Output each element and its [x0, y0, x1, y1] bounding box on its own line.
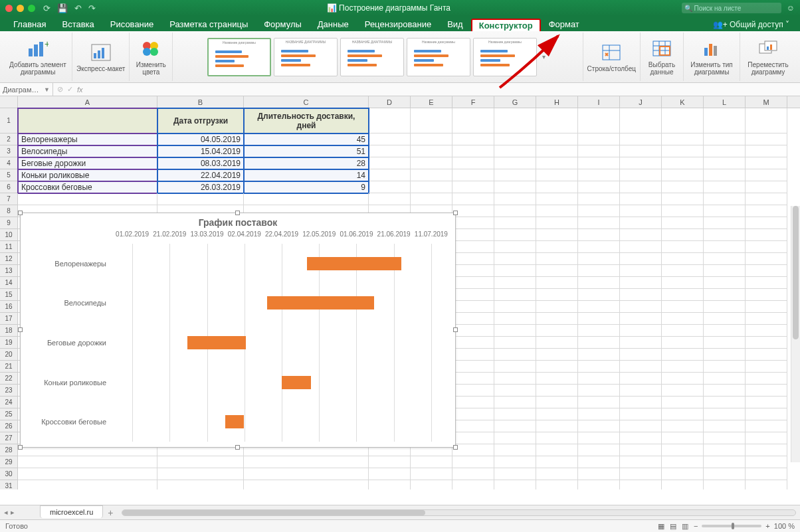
- cell[interactable]: [704, 229, 746, 241]
- cell[interactable]: [746, 337, 787, 349]
- cell[interactable]: [620, 349, 662, 361]
- cell[interactable]: [620, 229, 662, 241]
- cell[interactable]: [704, 373, 746, 385]
- cell[interactable]: [452, 217, 494, 229]
- column-header[interactable]: B: [157, 96, 244, 108]
- cell[interactable]: [536, 385, 578, 397]
- cell[interactable]: [662, 397, 704, 408]
- cell[interactable]: [746, 456, 787, 468]
- cell[interactable]: [578, 480, 620, 489]
- cell[interactable]: [620, 145, 662, 157]
- cell[interactable]: [746, 373, 787, 385]
- cell[interactable]: [494, 133, 536, 145]
- move-chart-button[interactable]: Переместить диаграмму: [740, 33, 796, 81]
- cell[interactable]: [536, 217, 578, 229]
- cell[interactable]: [494, 289, 536, 301]
- cell[interactable]: [411, 133, 452, 145]
- cell[interactable]: [746, 169, 787, 181]
- cell[interactable]: [746, 229, 787, 241]
- cell[interactable]: [704, 253, 746, 265]
- cell[interactable]: [494, 193, 536, 205]
- cell[interactable]: [704, 217, 746, 229]
- cell[interactable]: [244, 468, 369, 480]
- cell[interactable]: [578, 253, 620, 265]
- cell[interactable]: [536, 277, 578, 289]
- cell[interactable]: [536, 157, 578, 169]
- cell[interactable]: [369, 480, 411, 489]
- cell[interactable]: [452, 361, 494, 373]
- cell[interactable]: 51: [244, 145, 369, 157]
- cell[interactable]: [536, 444, 578, 456]
- chart-style-3[interactable]: НАЗВАНИЕ ДИАГРАММЫ: [340, 38, 404, 76]
- cell[interactable]: [536, 193, 578, 205]
- column-header[interactable]: E: [411, 96, 452, 108]
- column-header[interactable]: G: [494, 96, 536, 108]
- cell[interactable]: [452, 373, 494, 385]
- cell[interactable]: [746, 349, 787, 361]
- cell[interactable]: [704, 444, 746, 456]
- row-header[interactable]: 3: [0, 145, 18, 157]
- cell[interactable]: [620, 217, 662, 229]
- close-window-icon[interactable]: [5, 5, 13, 12]
- cell[interactable]: [746, 289, 787, 301]
- cell[interactable]: [620, 468, 662, 480]
- cell[interactable]: [578, 325, 620, 337]
- cell[interactable]: [662, 349, 704, 361]
- cell[interactable]: [536, 313, 578, 325]
- row-header[interactable]: 29: [0, 456, 18, 468]
- cell[interactable]: [662, 361, 704, 373]
- view-page-icon[interactable]: ▤: [670, 522, 676, 531]
- cell[interactable]: [452, 480, 494, 489]
- cell[interactable]: [704, 385, 746, 397]
- sheet-tab[interactable]: microexcel.ru: [40, 505, 103, 518]
- cell[interactable]: Велосипеды: [18, 145, 157, 157]
- cell[interactable]: [746, 408, 787, 420]
- cell[interactable]: [578, 444, 620, 456]
- row-header[interactable]: 18: [0, 325, 18, 337]
- cell[interactable]: [746, 265, 787, 277]
- cell[interactable]: [411, 145, 452, 157]
- cell[interactable]: [369, 468, 411, 480]
- row-header[interactable]: 15: [0, 289, 18, 301]
- cell[interactable]: 45: [244, 133, 369, 145]
- cell[interactable]: [369, 145, 411, 157]
- row-header[interactable]: 7: [0, 193, 18, 205]
- cell[interactable]: [620, 205, 662, 217]
- cell[interactable]: [578, 241, 620, 253]
- zoom-out-icon[interactable]: −: [694, 522, 698, 530]
- cell[interactable]: [620, 277, 662, 289]
- cell[interactable]: [704, 108, 746, 133]
- cell[interactable]: [536, 432, 578, 444]
- gantt-bar[interactable]: [307, 257, 401, 270]
- cell[interactable]: [662, 253, 704, 265]
- cell[interactable]: [536, 301, 578, 313]
- cell[interactable]: [746, 193, 787, 205]
- cell[interactable]: 14: [244, 169, 369, 181]
- cell[interactable]: [578, 468, 620, 480]
- zoom-in-icon[interactable]: +: [765, 522, 769, 530]
- cell[interactable]: [746, 181, 787, 193]
- cell[interactable]: [578, 397, 620, 408]
- cell[interactable]: [452, 205, 494, 217]
- cell[interactable]: [18, 108, 157, 133]
- cell[interactable]: [578, 205, 620, 217]
- cell[interactable]: [578, 181, 620, 193]
- cell[interactable]: [578, 420, 620, 432]
- cell[interactable]: [411, 169, 452, 181]
- cell[interactable]: [244, 193, 369, 205]
- cell[interactable]: [411, 193, 452, 205]
- cell[interactable]: [662, 169, 704, 181]
- cell[interactable]: [620, 373, 662, 385]
- cell[interactable]: [452, 337, 494, 349]
- column-header[interactable]: D: [369, 96, 411, 108]
- cell[interactable]: [620, 432, 662, 444]
- column-header[interactable]: C: [244, 96, 369, 108]
- cell[interactable]: [18, 456, 157, 468]
- cell[interactable]: [536, 468, 578, 480]
- cell[interactable]: [704, 133, 746, 145]
- cell[interactable]: Велоренажеры: [18, 133, 157, 145]
- cell[interactable]: [369, 456, 411, 468]
- chart-plot-area[interactable]: ВелоренажерыВелосипедыБеговые дорожкиКон…: [114, 244, 450, 442]
- cell[interactable]: [452, 133, 494, 145]
- resize-handle[interactable]: [453, 445, 458, 450]
